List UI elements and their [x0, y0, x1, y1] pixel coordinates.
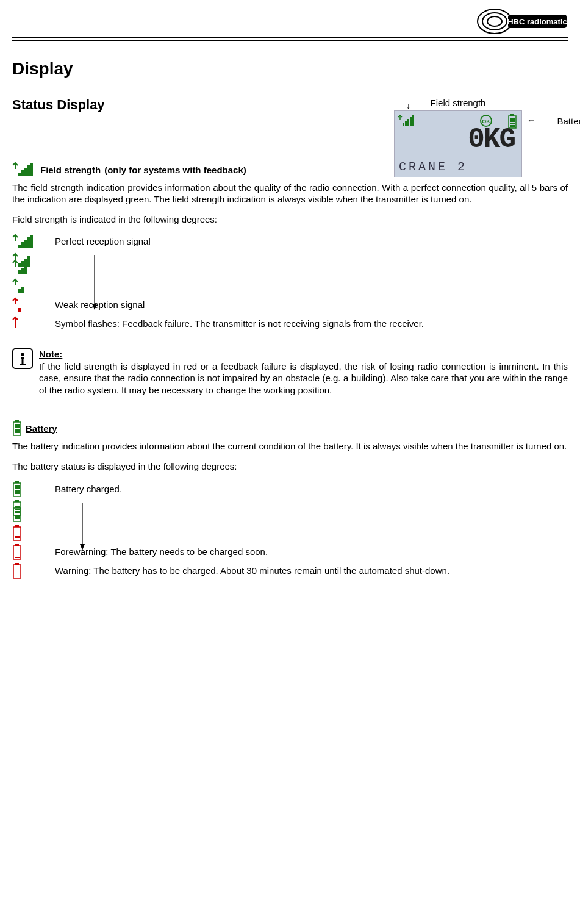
- svg-rect-27: [30, 235, 33, 248]
- svg-rect-36: [24, 265, 27, 274]
- field-strength-intro: The field strength indication provides i…: [12, 182, 568, 206]
- svg-rect-50: [15, 431, 20, 433]
- note-body-text: If the field strength is displayed in re…: [39, 361, 568, 395]
- svg-rect-20: [24, 168, 27, 176]
- lcd-label-field-strength: Field strength: [373, 98, 543, 108]
- svg-rect-34: [18, 270, 21, 274]
- svg-rect-7: [407, 119, 409, 126]
- svg-rect-21: [27, 165, 30, 176]
- svg-rect-69: [13, 527, 21, 540]
- note-title: Note:: [39, 349, 62, 359]
- battery-forewarn-label: Forewarning: The battery needs to be cha…: [55, 544, 568, 558]
- signal-weak-label: Weak reception signal: [55, 297, 568, 311]
- signal-1-bar-red-icon: [12, 297, 55, 315]
- battery-degrees-intro: The battery status is displayed in the f…: [12, 461, 568, 473]
- info-icon: [12, 348, 33, 396]
- header-bar: HBC radiomatic: [12, 12, 568, 38]
- battery-2-bars-icon: [12, 506, 55, 524]
- signal-5-bars-icon: [12, 234, 55, 251]
- lcd-screen: ↓ ← OK 0KG CRANE 2: [394, 110, 522, 177]
- svg-rect-15: [510, 120, 515, 122]
- signal-flash-label: Symbol flashes: Feedback failure. The tr…: [55, 316, 568, 330]
- svg-rect-35: [21, 268, 24, 274]
- svg-text:HBC radiomatic: HBC radiomatic: [507, 17, 567, 26]
- svg-rect-25: [24, 240, 27, 248]
- svg-rect-54: [15, 487, 20, 489]
- battery-4-bars-icon: [12, 481, 55, 499]
- signal-antenna-only-red-icon: [12, 316, 55, 334]
- battery-warn-label: Warning: The battery has to be charged. …: [55, 563, 568, 577]
- field-strength-label: Field strength: [40, 165, 101, 175]
- svg-rect-48: [15, 426, 20, 428]
- svg-rect-66: [15, 515, 20, 517]
- svg-rect-56: [15, 492, 20, 494]
- svg-rect-19: [21, 170, 24, 176]
- svg-rect-55: [15, 490, 20, 492]
- svg-rect-38: [21, 287, 24, 293]
- lcd-label-battery: Battery: [557, 116, 580, 126]
- battery-heading: Battery: [12, 420, 568, 436]
- svg-rect-26: [27, 237, 30, 248]
- signal-icon: [12, 162, 37, 177]
- battery-1-bar-red-icon: [12, 525, 55, 543]
- page-title: Display: [12, 59, 568, 79]
- svg-rect-5: [403, 123, 404, 126]
- brand-logo: HBC radiomatic: [476, 7, 568, 37]
- svg-rect-39: [18, 308, 21, 312]
- signal-icon: [398, 114, 416, 129]
- battery-degree-list: Battery charged. Forewarning: The batter…: [12, 481, 568, 581]
- battery-low-red-icon: [12, 544, 55, 562]
- battery-empty-red-icon: [12, 563, 55, 581]
- header-rule: [12, 40, 568, 41]
- svg-rect-53: [15, 485, 20, 487]
- signal-perfect-label: Perfect reception signal: [55, 234, 568, 248]
- arrow-down-icon: ↓: [406, 101, 410, 110]
- field-strength-suffix: (only for systems with feedback): [104, 165, 246, 175]
- signal-degree-list: Perfect reception signal Weak reception …: [12, 234, 568, 334]
- svg-rect-70: [15, 536, 20, 538]
- signal-2-bars-icon: [12, 278, 55, 296]
- note-box: Note: If the field strength is displayed…: [12, 348, 568, 396]
- svg-rect-8: [410, 117, 412, 126]
- svg-rect-47: [15, 424, 20, 426]
- svg-rect-44: [20, 364, 26, 365]
- svg-point-1: [482, 13, 507, 30]
- signal-3-bars-icon: [12, 259, 55, 277]
- battery-label: Battery: [26, 423, 57, 434]
- battery-intro: The battery indication provides informat…: [12, 441, 568, 453]
- svg-rect-67: [15, 517, 20, 519]
- svg-rect-22: [30, 163, 33, 176]
- svg-rect-43: [22, 357, 24, 365]
- svg-rect-73: [15, 557, 20, 558]
- battery-charged-label: Battery charged.: [55, 481, 568, 495]
- arrow-left-icon: ←: [527, 115, 535, 125]
- svg-point-41: [21, 353, 24, 356]
- lcd-small-text: CRANE 2: [399, 160, 467, 174]
- svg-point-2: [487, 16, 502, 26]
- lcd-big-text: 0KG: [468, 124, 515, 156]
- svg-rect-37: [18, 289, 21, 293]
- lcd-callout: Field strength Battery ↓ ← OK 0KG CRANE …: [373, 98, 543, 177]
- svg-rect-75: [13, 565, 21, 578]
- battery-icon: [12, 420, 22, 436]
- svg-rect-18: [18, 173, 21, 176]
- svg-rect-24: [21, 242, 24, 248]
- svg-rect-14: [510, 118, 515, 120]
- field-strength-degrees-intro: Field strength is indicated in the follo…: [12, 214, 568, 226]
- svg-rect-49: [15, 429, 20, 431]
- svg-rect-6: [405, 121, 407, 126]
- svg-rect-9: [412, 115, 414, 126]
- svg-rect-23: [18, 245, 21, 248]
